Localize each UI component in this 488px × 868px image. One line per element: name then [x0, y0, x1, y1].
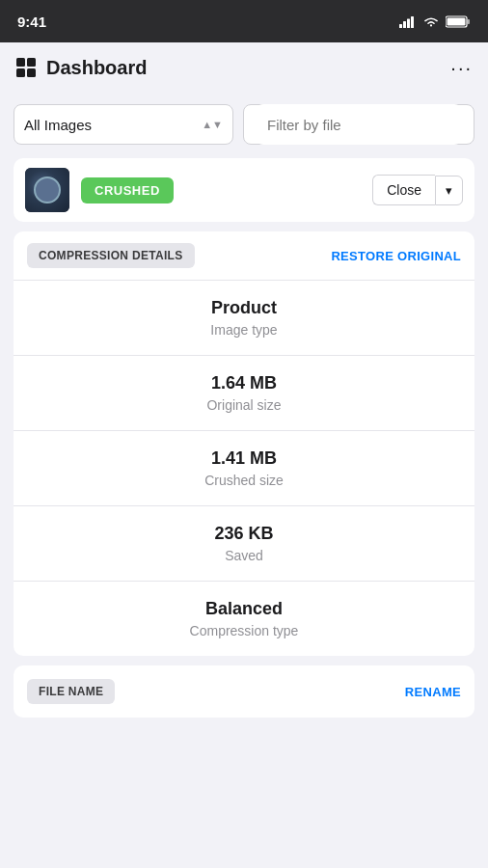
detail-row-original-size: 1.64 MB Original size	[14, 356, 474, 431]
detail-row-saved: 236 KB Saved	[14, 506, 474, 582]
header-left: Dashboard	[15, 57, 147, 79]
svg-rect-2	[407, 18, 410, 28]
tab-restore-original[interactable]: RESTORE ORIGINAL	[331, 249, 461, 263]
crushed-size-value: 1.41 MB	[27, 448, 461, 469]
close-button[interactable]: Close	[372, 175, 435, 205]
crushed-size-label: Crushed size	[27, 473, 461, 488]
filename-row: FILE NAME RENAME	[14, 665, 474, 718]
svg-rect-1	[403, 21, 406, 28]
filter-row: All Images Crushed Pending ▲▼	[14, 104, 474, 145]
status-bar: 9:41	[0, 0, 488, 42]
image-row-actions: Close ▾	[372, 175, 463, 205]
tab-compression-details[interactable]: COMPRESSION DETAILS	[27, 243, 195, 268]
svg-rect-5	[468, 19, 471, 24]
signal-icon	[399, 15, 417, 28]
detail-row-compression-type: Balanced Compression type	[14, 582, 474, 656]
image-thumbnail	[25, 168, 69, 212]
svg-rect-10	[27, 68, 36, 77]
original-size-value: 1.64 MB	[27, 373, 461, 393]
compression-type-label: Compression type	[27, 623, 461, 638]
battery-icon	[446, 15, 471, 28]
rename-button[interactable]: RENAME	[405, 685, 461, 699]
file-filter-input-wrapper[interactable]	[243, 104, 474, 145]
compression-type-value: Balanced	[27, 599, 461, 619]
main-content: All Images Crushed Pending ▲▼ CRUSHED Cl…	[0, 93, 488, 729]
crushed-badge: CRUSHED	[81, 177, 174, 203]
grid-icon	[15, 57, 37, 78]
file-filter-input[interactable]	[256, 104, 462, 145]
dropdown-button[interactable]: ▾	[435, 176, 463, 205]
details-tab-row: COMPRESSION DETAILS RESTORE ORIGINAL	[14, 231, 474, 281]
svg-rect-9	[16, 68, 25, 77]
compression-details-card: COMPRESSION DETAILS RESTORE ORIGINAL Pro…	[14, 231, 474, 656]
detail-row-crushed-size: 1.41 MB Crushed size	[14, 431, 474, 506]
tab-file-name[interactable]: FILE NAME	[27, 679, 115, 704]
svg-rect-8	[27, 58, 36, 67]
image-filter-select[interactable]: All Images Crushed Pending	[24, 117, 196, 133]
thumbnail-face-detail	[34, 176, 61, 203]
select-arrow-icon: ▲▼	[202, 119, 223, 130]
more-options-button[interactable]: ···	[450, 57, 473, 79]
status-icons	[399, 15, 471, 28]
svg-rect-0	[399, 24, 402, 28]
image-type-value: Product	[27, 298, 461, 318]
svg-rect-6	[447, 17, 466, 25]
svg-rect-3	[411, 16, 414, 28]
thumbnail-preview	[25, 168, 69, 212]
status-time: 9:41	[17, 14, 46, 30]
svg-rect-7	[16, 58, 25, 67]
image-item-row: CRUSHED Close ▾	[14, 158, 474, 222]
saved-value: 236 KB	[27, 524, 461, 544]
image-type-label: Image type	[27, 322, 461, 338]
app-header: Dashboard ···	[0, 42, 488, 93]
image-filter-select-wrapper[interactable]: All Images Crushed Pending ▲▼	[14, 104, 233, 145]
header-title: Dashboard	[46, 57, 147, 79]
wifi-icon	[422, 15, 440, 28]
original-size-label: Original size	[27, 397, 461, 413]
filename-card: FILE NAME RENAME	[14, 665, 474, 718]
saved-label: Saved	[27, 548, 461, 563]
detail-row-image-type: Product Image type	[14, 281, 474, 356]
